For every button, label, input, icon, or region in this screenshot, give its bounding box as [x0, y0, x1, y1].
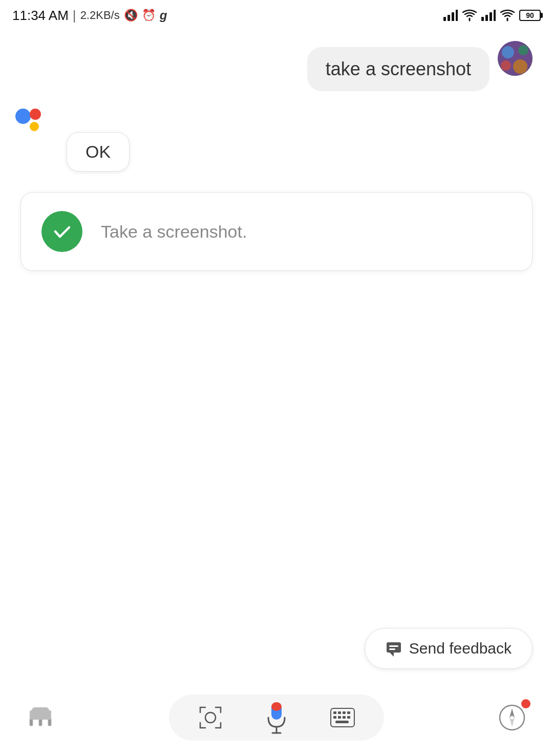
separator: | — [73, 8, 76, 24]
mute-icon: 🔇 — [124, 9, 138, 22]
svg-rect-36 — [335, 721, 349, 723]
alarm-icon: ⏰ — [142, 9, 156, 22]
nav-ghost-button[interactable] — [20, 697, 61, 738]
google-dot-blue — [15, 109, 31, 124]
compass-button[interactable] — [492, 697, 533, 738]
svg-point-10 — [518, 45, 528, 55]
svg-rect-13 — [387, 642, 401, 653]
bottom-area: Send feedback — [0, 628, 553, 756]
status-right: 90 — [443, 9, 541, 22]
green-checkmark — [41, 211, 82, 252]
feedback-icon — [386, 640, 402, 657]
center-pill — [169, 695, 384, 741]
user-message-bubble: take a screenshot — [307, 47, 490, 91]
signal-icon-1 — [443, 10, 458, 21]
svg-rect-34 — [343, 716, 346, 719]
action-card: Take a screenshot. — [20, 192, 533, 271]
svg-rect-5 — [485, 15, 488, 21]
svg-rect-6 — [490, 12, 492, 21]
ok-text: OK — [86, 142, 111, 161]
google-assistant-logo — [15, 109, 56, 139]
wifi-icon — [462, 9, 477, 22]
svg-rect-35 — [347, 716, 350, 719]
avatar-image — [498, 41, 533, 76]
chat-area: take a screenshot OK — [0, 31, 553, 281]
ok-bubble: OK — [67, 132, 130, 172]
google-dot-red — [30, 109, 41, 120]
status-left: 11:34 AM | 2.2KB/s 🔇 ⏰ g — [12, 8, 167, 24]
svg-rect-29 — [338, 711, 341, 714]
svg-marker-39 — [509, 718, 515, 727]
send-feedback-row: Send feedback — [0, 628, 553, 669]
user-message-text: take a screenshot — [326, 58, 471, 79]
keyboard-icon — [330, 708, 355, 727]
svg-rect-16 — [389, 648, 395, 650]
lens-button[interactable] — [197, 704, 224, 731]
battery-level: 90 — [526, 11, 534, 19]
svg-marker-38 — [509, 708, 515, 718]
google-dot-yellow — [30, 122, 39, 131]
svg-marker-14 — [390, 653, 394, 657]
time-display: 11:34 AM — [12, 8, 69, 24]
svg-point-22 — [205, 712, 216, 723]
svg-point-9 — [502, 46, 514, 58]
bottom-nav — [0, 695, 553, 741]
send-feedback-button[interactable]: Send feedback — [365, 628, 533, 669]
status-bar: 11:34 AM | 2.2KB/s 🔇 ⏰ g — [0, 0, 553, 31]
svg-rect-7 — [494, 10, 496, 21]
svg-rect-33 — [338, 716, 341, 719]
compass-notification-dot — [521, 699, 530, 708]
svg-point-11 — [513, 59, 527, 74]
svg-rect-28 — [333, 711, 336, 714]
assistant-row: OK — [15, 107, 538, 172]
action-card-text: Take a screenshot. — [101, 222, 247, 242]
svg-rect-18 — [39, 719, 42, 726]
battery-icon: 90 — [519, 10, 541, 21]
keyboard-button[interactable] — [329, 704, 356, 731]
svg-rect-4 — [481, 17, 484, 21]
svg-rect-17 — [30, 719, 33, 726]
microphone-button[interactable] — [261, 697, 292, 738]
avatar — [498, 41, 533, 76]
checkmark-icon — [51, 220, 73, 243]
svg-point-12 — [501, 60, 511, 71]
user-message-row: take a screenshot — [15, 41, 538, 91]
svg-rect-2 — [452, 12, 454, 21]
ghost-icon — [26, 702, 56, 733]
svg-rect-1 — [448, 15, 450, 21]
wifi-icon-2 — [500, 9, 515, 22]
svg-rect-32 — [333, 716, 336, 719]
svg-rect-15 — [389, 645, 398, 647]
svg-rect-31 — [347, 711, 350, 714]
svg-rect-3 — [456, 10, 458, 21]
svg-rect-0 — [443, 17, 446, 21]
app-icon-g: g — [160, 8, 167, 23]
svg-rect-21 — [32, 707, 49, 713]
svg-rect-24 — [271, 702, 282, 711]
svg-rect-19 — [48, 719, 51, 726]
microphone-icon — [264, 701, 289, 734]
signal-icon-2 — [481, 10, 496, 21]
network-speed: 2.2KB/s — [80, 9, 120, 22]
svg-rect-30 — [343, 711, 346, 714]
send-feedback-label: Send feedback — [409, 640, 512, 657]
lens-icon — [198, 705, 223, 730]
